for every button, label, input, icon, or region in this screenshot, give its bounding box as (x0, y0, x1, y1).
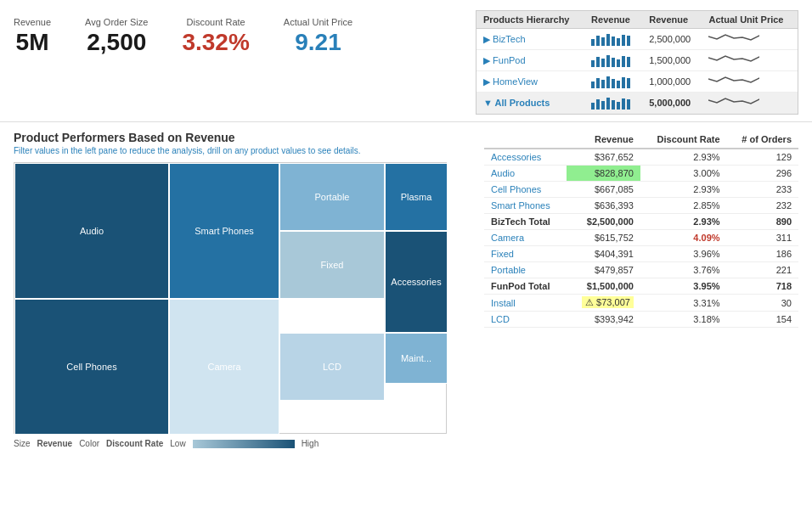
table-row-discount: 3.00% (640, 166, 727, 182)
table-row-orders: 232 (727, 198, 798, 214)
table-row-orders: 129 (727, 149, 798, 166)
table-row-revenue: $828,870 (567, 166, 640, 182)
hierarchy-row-revenue: 1,000,000 (642, 71, 702, 93)
table-row-orders: 221 (727, 262, 798, 278)
treemap-cell-label: Cell Phones (65, 360, 118, 374)
hierarchy-row-sparkline (702, 29, 798, 50)
table-row-revenue: $1,500,000 (567, 278, 640, 295)
legend-gradient (193, 440, 295, 448)
table-row-revenue: $2,500,000 (567, 214, 640, 230)
table-row: Portable$479,8573.76%221 (484, 262, 798, 278)
hierarchy-col-name: Products Hierarchy (476, 11, 584, 29)
kpi-unit-price: Actual Unit Price 9.21 (284, 17, 352, 56)
table-row-discount: 3.76% (640, 262, 727, 278)
kpi-group: Revenue 5M Avg Order Size 2,500 Discount… (14, 10, 476, 56)
table-row-revenue: $404,391 (567, 246, 640, 262)
treemap-cell[interactable]: Smart Phones (169, 163, 279, 299)
treemap-cell[interactable]: Plasma (385, 163, 448, 231)
treemap-container[interactable]: AudioSmart PhonesPortablePlasmaFixedAcce… (14, 162, 447, 434)
treemap-cell-label: Smart Phones (193, 224, 256, 238)
treemap-cell-label: Plasma (399, 190, 434, 204)
kpi-revenue-value: 5M (16, 29, 49, 56)
hierarchy-row-bars (584, 50, 642, 71)
table-row-discount: 3.95% (640, 278, 727, 295)
treemap-cell[interactable]: Cell Phones (14, 299, 169, 435)
hierarchy-row-bars (584, 93, 642, 114)
table-row-name: FunPod Total (484, 278, 567, 295)
kpi-discount-value: 3.32% (182, 29, 249, 56)
legend-color-label: Color (79, 439, 99, 448)
treemap-cell[interactable]: Fixed (279, 231, 385, 299)
table-row-orders: 296 (727, 166, 798, 182)
table-row-revenue: ⚠ $73,007 (567, 295, 640, 312)
hierarchy-row-bars (584, 29, 642, 50)
data-table: RevenueDiscount Rate# of Orders Accessor… (484, 131, 798, 328)
hierarchy-row-name[interactable]: ▶ HomeView (476, 71, 584, 93)
table-row-name[interactable]: Smart Phones (484, 198, 567, 214)
treemap-cell-label: LCD (321, 360, 343, 374)
table-row-discount: 3.18% (640, 312, 727, 328)
table-row: Smart Phones$636,3932.85%232 (484, 198, 798, 214)
table-row-revenue: $667,085 (567, 182, 640, 198)
treemap-cell[interactable]: LCD (279, 333, 385, 401)
chart-title: Product Performers Based on Revenue (14, 131, 471, 144)
treemap-cell-label: Audio (78, 224, 105, 238)
table-row-name[interactable]: Camera (484, 230, 567, 246)
table-row: Camera$615,7524.09%311 (484, 230, 798, 246)
hierarchy-row-revenue: 5,000,000 (642, 93, 702, 114)
hierarchy-col-rev2: Revenue (642, 11, 702, 29)
table-row-discount: 2.93% (640, 214, 727, 230)
kpi-avg-order-value: 2,500 (87, 29, 146, 56)
table-row-name[interactable]: Audio (484, 166, 567, 182)
table-row-name[interactable]: Install (484, 295, 567, 312)
hierarchy-row-sparkline (702, 71, 798, 93)
table-col-0 (484, 131, 567, 149)
table-row: Install⚠ $73,0073.31%30 (484, 295, 798, 312)
kpi-avg-order: Avg Order Size 2,500 (85, 17, 148, 56)
table-row-revenue: $615,752 (567, 230, 640, 246)
treemap-cell[interactable]: Audio (14, 163, 169, 299)
chart-section: Product Performers Based on Revenue Filt… (14, 131, 471, 448)
table-row-discount: 3.31% (640, 295, 727, 312)
table-col-2: Discount Rate (640, 131, 727, 149)
table-row-name[interactable]: Fixed (484, 246, 567, 262)
table-row-name[interactable]: Cell Phones (484, 182, 567, 198)
treemap-cell[interactable]: Accessories (385, 231, 448, 333)
table-row: LCD$393,9423.18%154 (484, 312, 798, 328)
hierarchy-row-name[interactable]: ▼ All Products (476, 93, 584, 114)
treemap-cell-label: Fixed (319, 258, 346, 272)
table-row-name[interactable]: Accessories (484, 149, 567, 166)
kpi-discount: Discount Rate 3.32% (182, 17, 249, 56)
table-row-discount: 3.96% (640, 246, 727, 262)
hierarchy-row-name[interactable]: ▶ FunPod (476, 50, 584, 71)
treemap-cell-label: Camera (206, 360, 242, 374)
treemap-cell[interactable]: Portable (279, 163, 385, 231)
highlight-cell: ⚠ $73,007 (582, 296, 634, 308)
treemap-cell-label: Maint... (399, 351, 433, 365)
table-row-discount: 2.93% (640, 182, 727, 198)
table-row-revenue: $479,857 (567, 262, 640, 278)
main-content: Product Performers Based on Revenue Filt… (0, 122, 812, 457)
table-row-name[interactable]: LCD (484, 312, 567, 328)
table-row-discount: 2.85% (640, 198, 727, 214)
table-row-orders: 186 (727, 246, 798, 262)
table-row-revenue: $367,652 (567, 149, 640, 166)
table-row-discount: 2.93% (640, 149, 727, 166)
legend-low: Low (170, 439, 185, 448)
table-row-name: BizTech Total (484, 214, 567, 230)
treemap-cell[interactable]: Camera (169, 299, 279, 435)
hierarchy-row-name[interactable]: ▶ BizTech (476, 29, 584, 50)
table-row-orders: 718 (727, 278, 798, 295)
hierarchy-row-revenue: 2,500,000 (642, 29, 702, 50)
treemap-cell[interactable]: Maint... (385, 333, 448, 384)
hierarchy-row-sparkline (702, 50, 798, 71)
kpi-discount-label: Discount Rate (187, 17, 245, 27)
table-row-orders: 30 (727, 295, 798, 312)
table-row-revenue: $636,393 (567, 198, 640, 214)
table-row-name[interactable]: Portable (484, 262, 567, 278)
legend-color-value: Discount Rate (106, 439, 163, 448)
table-row: Fixed$404,3913.96%186 (484, 246, 798, 262)
kpi-avg-order-label: Avg Order Size (85, 17, 148, 27)
legend-high: High (302, 439, 319, 448)
chart-subtitle: Filter values in the left pane to reduce… (14, 146, 471, 155)
